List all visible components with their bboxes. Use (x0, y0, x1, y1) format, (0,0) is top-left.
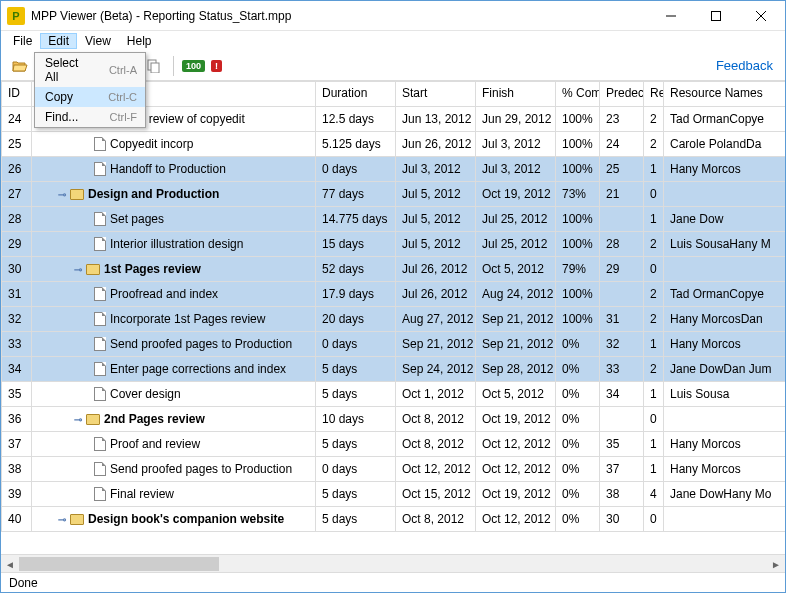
table-row[interactable]: 32Incorporate 1st Pages review20 daysAug… (2, 307, 786, 332)
table-row[interactable]: 35Cover design5 daysOct 1, 2012Oct 5, 20… (2, 382, 786, 407)
cell-duration: 5 days (316, 382, 396, 407)
document-icon (94, 387, 106, 401)
cell-id: 32 (2, 307, 32, 332)
menu-file[interactable]: File (5, 33, 40, 49)
task-name-text: Incorporate 1st Pages review (110, 312, 265, 326)
menu-item-copy[interactable]: CopyCtrl-C (35, 87, 145, 107)
document-icon (94, 162, 106, 176)
feedback-link[interactable]: Feedback (716, 58, 777, 73)
folder-icon (70, 514, 84, 525)
cell-start: Jul 5, 2012 (396, 182, 476, 207)
scroll-right-arrow[interactable]: ► (767, 555, 785, 573)
cell-id: 29 (2, 232, 32, 257)
close-button[interactable] (738, 2, 783, 30)
cell-complete: 0% (556, 332, 600, 357)
complete-filter-badge[interactable]: 100 (182, 60, 205, 72)
cell-predecessor (600, 407, 644, 432)
col-complete[interactable]: % Compl (556, 82, 600, 107)
col-resource-count[interactable]: Re C (644, 82, 664, 107)
col-finish[interactable]: Finish (476, 82, 556, 107)
table-row[interactable]: 33Send proofed pages to Production0 days… (2, 332, 786, 357)
svg-rect-1 (711, 11, 720, 20)
scroll-thumb[interactable] (19, 557, 219, 571)
table-row[interactable]: 36⊸2nd Pages review10 daysOct 8, 2012Oct… (2, 407, 786, 432)
cell-duration: 15 days (316, 232, 396, 257)
cell-predecessor: 31 (600, 307, 644, 332)
cell-duration: 5 days (316, 482, 396, 507)
table-row[interactable]: 34Enter page corrections and index5 days… (2, 357, 786, 382)
menu-view[interactable]: View (77, 33, 119, 49)
minimize-button[interactable] (648, 2, 693, 30)
col-start[interactable]: Start (396, 82, 476, 107)
cell-predecessor: 32 (600, 332, 644, 357)
cell-resources: Jane DowHany Mo (664, 482, 786, 507)
task-grid[interactable]: ID Task Name Duration Start Finish % Com… (1, 81, 785, 532)
table-row[interactable]: 31Proofread and index17.9 daysJul 26, 20… (2, 282, 786, 307)
menu-edit[interactable]: Edit (40, 33, 77, 49)
table-row[interactable]: 39Final review5 daysOct 15, 2012Oct 19, … (2, 482, 786, 507)
col-predecessor[interactable]: Predec (600, 82, 644, 107)
cell-id: 24 (2, 107, 32, 132)
cell-id: 35 (2, 382, 32, 407)
cell-id: 33 (2, 332, 32, 357)
table-row[interactable]: 26Handoff to Production0 daysJul 3, 2012… (2, 157, 786, 182)
cell-rc: 2 (644, 232, 664, 257)
cell-id: 28 (2, 207, 32, 232)
scroll-left-arrow[interactable]: ◄ (1, 555, 19, 573)
key-icon: ⊸ (58, 514, 66, 525)
cell-taskname: Incorporate 1st Pages review (32, 307, 316, 332)
cell-taskname: Enter page corrections and index (32, 357, 316, 382)
document-icon (94, 362, 106, 376)
table-row[interactable]: 38Send proofed pages to Production0 days… (2, 457, 786, 482)
cell-duration: 20 days (316, 307, 396, 332)
cell-start: Oct 8, 2012 (396, 507, 476, 532)
cell-predecessor: 21 (600, 182, 644, 207)
cell-finish: Jul 3, 2012 (476, 157, 556, 182)
menu-item-find-[interactable]: Find...Ctrl-F (35, 107, 145, 127)
table-row[interactable]: 30⊸1st Pages review52 daysJul 26, 2012Oc… (2, 257, 786, 282)
alert-filter-badge[interactable]: ! (211, 60, 222, 72)
cell-complete: 0% (556, 382, 600, 407)
cell-resources: Hany Morcos (664, 457, 786, 482)
maximize-button[interactable] (693, 2, 738, 30)
cell-taskname: Copyedit incorp (32, 132, 316, 157)
cell-finish: Sep 21, 2012 (476, 307, 556, 332)
menu-item-shortcut: Ctrl-A (109, 64, 137, 76)
table-row[interactable]: 28Set pages14.775 daysJul 5, 2012Jul 25,… (2, 207, 786, 232)
col-duration[interactable]: Duration (316, 82, 396, 107)
table-row[interactable]: 40⊸Design book's companion website5 days… (2, 507, 786, 532)
cell-start: Jul 26, 2012 (396, 257, 476, 282)
table-row[interactable]: 37Proof and review5 daysOct 8, 2012Oct 1… (2, 432, 786, 457)
cell-duration: 14.775 days (316, 207, 396, 232)
table-row[interactable]: 29Interior illustration design15 daysJul… (2, 232, 786, 257)
cell-rc: 1 (644, 457, 664, 482)
cell-duration: 52 days (316, 257, 396, 282)
menu-item-select-all[interactable]: Select AllCtrl-A (35, 53, 145, 87)
cell-rc: 1 (644, 382, 664, 407)
cell-predecessor: 23 (600, 107, 644, 132)
cell-finish: Oct 12, 2012 (476, 457, 556, 482)
cell-finish: Sep 28, 2012 (476, 357, 556, 382)
cell-start: Jul 5, 2012 (396, 232, 476, 257)
cell-predecessor: 25 (600, 157, 644, 182)
task-name-text: Copyedit incorp (110, 137, 193, 151)
key-icon: ⊸ (74, 414, 82, 425)
copy-button[interactable] (143, 55, 165, 77)
document-icon (94, 137, 106, 151)
task-name-text: Send proofed pages to Production (110, 462, 292, 476)
menu-item-label: Copy (45, 90, 90, 104)
cell-start: Jul 26, 2012 (396, 282, 476, 307)
menu-help[interactable]: Help (119, 33, 160, 49)
cell-taskname: Final review (32, 482, 316, 507)
col-id[interactable]: ID (2, 82, 32, 107)
cell-duration: 5 days (316, 357, 396, 382)
cell-finish: Oct 19, 2012 (476, 482, 556, 507)
horizontal-scrollbar[interactable]: ◄ ► (1, 554, 785, 572)
col-resources[interactable]: Resource Names (664, 82, 786, 107)
open-button[interactable] (9, 55, 31, 77)
cell-complete: 73% (556, 182, 600, 207)
cell-id: 39 (2, 482, 32, 507)
cell-rc: 0 (644, 257, 664, 282)
table-row[interactable]: 25Copyedit incorp5.125 daysJun 26, 2012J… (2, 132, 786, 157)
table-row[interactable]: 27⊸Design and Production77 daysJul 5, 20… (2, 182, 786, 207)
